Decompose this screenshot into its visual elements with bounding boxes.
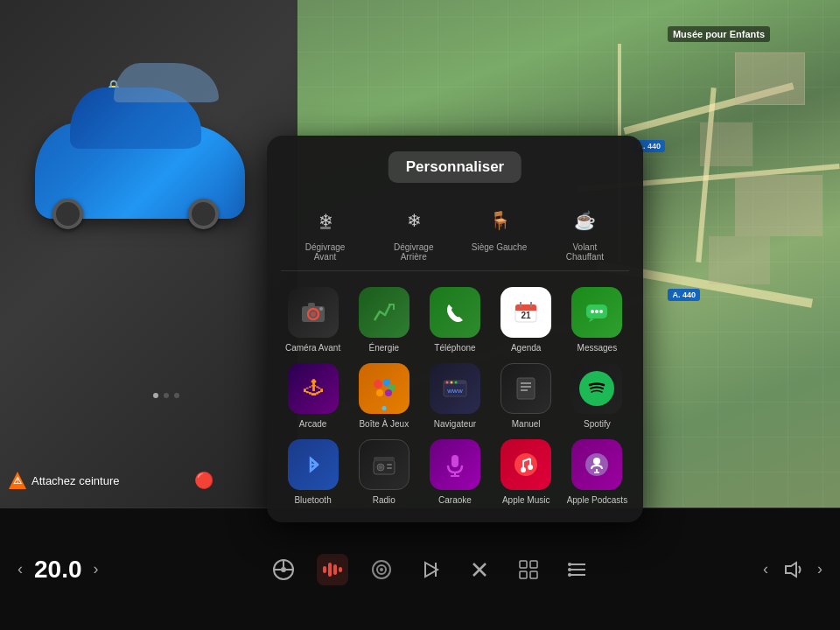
degivrage-arriere-label: Dégivrage Arrière [383, 242, 444, 262]
spotify-label: Spotify [584, 419, 611, 429]
quick-action-siege-gauche[interactable]: 🪑 Siège Gauche [472, 207, 527, 262]
app-radio[interactable]: Radio [352, 439, 416, 505]
close-taskbar-icon[interactable] [464, 554, 495, 585]
belt-icon: 🔴 [194, 471, 214, 490]
svg-point-9 [319, 307, 323, 311]
svg-rect-43 [387, 467, 392, 469]
app-grid: Caméra Avant Énergie Téléphone [281, 287, 629, 505]
map-label: Musée pour Enfants [668, 26, 770, 42]
svg-point-48 [521, 467, 526, 472]
svg-point-25 [385, 389, 392, 396]
warning-text: Attachez ceinture [32, 474, 119, 487]
map-block [735, 52, 805, 105]
app-music[interactable]: Apple Music [494, 439, 558, 505]
audio-waves-icon[interactable] [317, 554, 348, 585]
spotify-icon [571, 363, 622, 414]
camera-icon [288, 287, 339, 338]
app-messages[interactable]: Messages [565, 287, 629, 353]
svg-text:❄: ❄ [406, 211, 421, 230]
svg-marker-80 [786, 563, 796, 577]
degivrage-avant-icon: ❄ [313, 207, 338, 237]
app-boite[interactable]: Boîte À Jeux [352, 363, 416, 429]
app-karaoke[interactable]: Caraoke [423, 439, 486, 505]
manuel-icon [500, 363, 551, 414]
app-bluetooth[interactable]: Bluetooth [281, 439, 345, 505]
svg-point-24 [376, 389, 383, 396]
quick-action-degivrage-arriere[interactable]: ❄ Dégivrage Arrière [383, 207, 444, 262]
svg-point-19 [599, 310, 603, 313]
degivrage-arriere-icon: ❄ [402, 207, 426, 237]
grid-icon[interactable] [513, 554, 544, 585]
svg-text:☕: ☕ [574, 210, 596, 231]
quick-action-degivrage-avant[interactable]: ❄ Dégivrage Avant [295, 207, 356, 262]
speed-decrease-button[interactable]: ‹ [18, 560, 23, 578]
degivrage-avant-label: Dégivrage Avant [295, 242, 356, 262]
boite-icon [359, 363, 410, 414]
play-icon[interactable] [415, 554, 446, 585]
radio-icon [359, 439, 410, 490]
svg-point-7 [311, 312, 316, 317]
svg-rect-72 [520, 571, 527, 578]
siege-gauche-icon: 🪑 [487, 207, 512, 237]
volume-icon[interactable] [777, 554, 808, 585]
app-agenda[interactable]: 21 Agenda [494, 287, 558, 353]
svg-rect-44 [452, 455, 458, 467]
svg-text:🕹: 🕹 [304, 377, 323, 399]
app-navigateur[interactable]: www Navigateur [423, 363, 486, 429]
map-block [735, 175, 822, 236]
warning-bar: ⚠ Attachez ceinture 🔴 [9, 471, 214, 490]
energie-icon [359, 287, 410, 338]
quick-action-volant[interactable]: ☕ Volant Chauffant [554, 207, 615, 262]
volume-left-button[interactable]: ‹ [763, 560, 768, 578]
warning-icon: ⚠ [9, 472, 26, 489]
svg-point-29 [450, 382, 452, 384]
boite-scroll-dot [382, 406, 386, 410]
app-arcade[interactable]: 🕹 Arcade [281, 363, 345, 429]
telephone-icon [430, 287, 480, 338]
taskbar-icons [268, 554, 593, 585]
app-energie[interactable]: Énergie [352, 287, 416, 353]
list-icon[interactable] [562, 554, 593, 585]
speed-display: 20.0 [34, 556, 82, 584]
volant-label: Volant Chauffant [554, 242, 615, 262]
agenda-icon: 21 [500, 287, 551, 338]
svg-rect-60 [328, 563, 332, 577]
messages-label: Messages [578, 343, 618, 353]
road-badge: A. 440 [668, 289, 700, 301]
svg-rect-39 [374, 457, 395, 461]
telephone-label: Téléphone [434, 343, 475, 353]
svg-text:🪑: 🪑 [488, 210, 510, 231]
podcasts-label: Apple Podcasts [567, 495, 628, 505]
svg-point-28 [445, 382, 448, 384]
svg-rect-70 [520, 561, 527, 568]
map-block [700, 122, 752, 166]
app-manuel[interactable]: Manuel [494, 363, 558, 429]
volume-right-button[interactable]: › [817, 560, 822, 578]
taskbar-left: ‹ 20.0 › [18, 556, 99, 584]
svg-text:21: 21 [522, 311, 532, 320]
camera-taskbar-icon[interactable] [366, 554, 397, 585]
karaoke-label: Caraoke [438, 495, 472, 505]
svg-rect-8 [308, 303, 315, 307]
music-icon [500, 439, 551, 490]
arcade-icon: 🕹 [288, 363, 339, 414]
svg-point-47 [514, 453, 537, 476]
svg-point-51 [593, 458, 600, 465]
app-camera[interactable]: Caméra Avant [281, 287, 345, 353]
taskbar: ‹ 20.0 › [0, 508, 840, 630]
spotify-circle [579, 371, 614, 406]
app-spotify[interactable]: Spotify [565, 363, 629, 429]
svg-rect-61 [333, 564, 337, 575]
agenda-label: Agenda [511, 343, 541, 353]
svg-point-21 [374, 380, 382, 388]
app-telephone[interactable]: Téléphone [423, 287, 486, 353]
svg-rect-73 [530, 571, 537, 578]
app-podcasts[interactable]: Apple Podcasts [565, 439, 629, 505]
map-block [709, 236, 770, 284]
customize-popup: Personnaliser ❄ Dégivrage Avant ❄ Dégivr… [267, 136, 643, 522]
energie-label: Énergie [369, 343, 399, 353]
speed-increase-button[interactable]: › [94, 560, 99, 578]
steering-icon[interactable] [268, 554, 299, 585]
quick-actions-row: ❄ Dégivrage Avant ❄ Dégivrage Arrière 🪑 … [281, 199, 629, 271]
svg-point-49 [528, 465, 533, 470]
